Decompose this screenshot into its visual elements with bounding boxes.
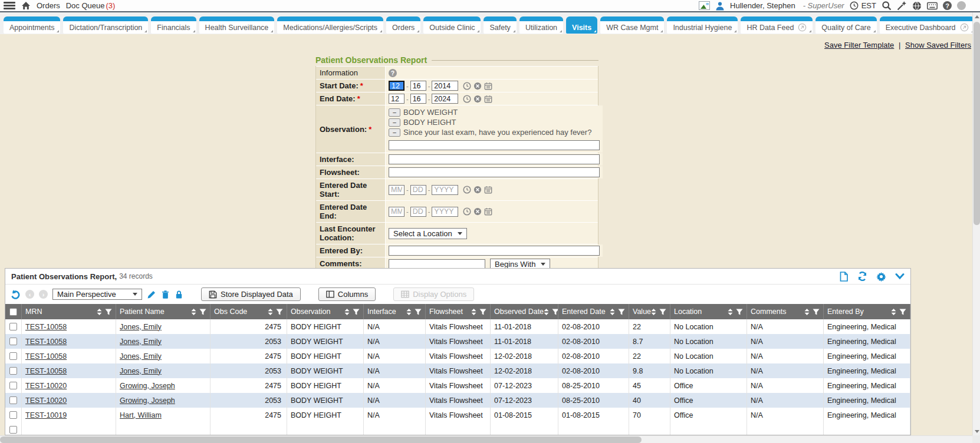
remove-observation-button[interactable]: – — [389, 108, 400, 117]
tab-financials[interactable]: Financials — [151, 16, 196, 34]
row-checkbox[interactable] — [9, 382, 17, 389]
mrn-link[interactable]: TEST-10019 — [25, 411, 67, 419]
sort-icon[interactable] — [191, 309, 196, 315]
home-icon[interactable] — [21, 1, 31, 10]
row-checkbox[interactable] — [9, 323, 17, 330]
row-checkbox[interactable] — [9, 411, 17, 419]
tab-hr-data-feed[interactable]: HR Data Feed — [741, 16, 813, 34]
sort-icon[interactable] — [728, 309, 733, 315]
tab-wr-case-mgmt[interactable]: WR Case Mgmt — [600, 16, 664, 34]
edit-pencil-icon[interactable] — [147, 290, 156, 299]
scroll-down-arrow[interactable] — [973, 427, 980, 435]
entered-by-input[interactable] — [389, 246, 600, 256]
show-saved-filters-link[interactable]: Show Saved Filters — [905, 41, 971, 49]
entered-date-start-month-input[interactable] — [389, 185, 405, 195]
patient-name-link[interactable]: Jones, Emily — [120, 323, 162, 331]
end-date-time-icon[interactable] — [463, 95, 471, 103]
lock-icon[interactable] — [175, 290, 183, 299]
end-date-calendar-icon[interactable] — [484, 95, 492, 103]
patient-name-link[interactable]: Growing, Joseph — [120, 382, 175, 390]
end-date-month-input[interactable] — [389, 94, 405, 104]
flowsheet-input[interactable] — [389, 167, 600, 177]
mrn-link[interactable]: TEST-10020 — [25, 382, 67, 390]
sort-icon[interactable] — [610, 309, 615, 315]
row-checkbox[interactable] — [9, 352, 17, 360]
sort-icon[interactable] — [97, 309, 102, 315]
perspective-select[interactable]: Main Perspective — [52, 289, 142, 300]
entered-date-end-month-input[interactable] — [389, 207, 405, 217]
entered-date-end-year-input[interactable] — [432, 207, 458, 217]
info-help-icon[interactable]: ? — [389, 69, 397, 77]
horizontal-scrollbar-thumb[interactable] — [0, 437, 642, 443]
scroll-up-arrow[interactable] — [973, 12, 980, 21]
start-date-month-input[interactable] — [389, 81, 405, 91]
select-all-checkbox[interactable] — [9, 308, 17, 316]
tab-quality-of-care[interactable]: Quality of Care — [815, 16, 876, 34]
filter-funnel-icon[interactable] — [736, 309, 743, 315]
start-date-calendar-icon[interactable] — [484, 82, 492, 90]
sort-icon[interactable] — [406, 309, 412, 315]
tab-orders[interactable]: Orders — [386, 16, 420, 34]
patient-name-link[interactable]: Growing, Joseph — [120, 396, 175, 405]
tab-dictation-transcription[interactable]: Dictation/Transcription — [63, 16, 148, 34]
undo-icon[interactable] — [10, 289, 21, 299]
remove-observation-button[interactable]: – — [389, 128, 400, 137]
observation-search-input[interactable] — [389, 140, 600, 150]
interface-input[interactable] — [389, 154, 600, 164]
store-displayed-data-button[interactable]: Store Displayed Data — [201, 287, 301, 301]
patient-name-link[interactable]: Jones, Emily — [120, 352, 162, 361]
help-icon[interactable]: ? — [943, 1, 952, 10]
entered-date-end-day-input[interactable] — [410, 207, 426, 217]
keyboard-icon[interactable] — [927, 2, 938, 10]
start-date-day-input[interactable] — [410, 81, 426, 91]
tab-medications-allergies-scripts[interactable]: Medications/Allergies/Scripts — [277, 16, 383, 34]
breadcrumb-doc-queue[interactable]: Doc Queue(3) — [66, 1, 116, 10]
sort-icon[interactable] — [344, 309, 350, 315]
filter-funnel-icon[interactable] — [479, 309, 486, 315]
entered-date-start-calendar-icon[interactable] — [484, 186, 492, 194]
mrn-link[interactable]: TEST-10058 — [25, 338, 67, 346]
sort-icon[interactable] — [804, 309, 810, 315]
tab-visits[interactable]: Visits — [566, 16, 597, 34]
globe-icon[interactable] — [912, 1, 922, 11]
row-checkbox[interactable] — [9, 426, 17, 434]
tab-safety[interactable]: Safety — [484, 16, 516, 34]
filter-funnel-icon[interactable] — [618, 309, 625, 315]
start-date-time-icon[interactable] — [463, 82, 471, 90]
start-date-clear-icon[interactable] — [473, 82, 482, 90]
filter-funnel-icon[interactable] — [659, 309, 666, 315]
tab-appointments[interactable]: Appointments — [4, 16, 60, 34]
tab-utilization[interactable]: Utilization — [519, 16, 563, 34]
wand-icon[interactable] — [897, 1, 907, 11]
row-checkbox[interactable] — [9, 338, 17, 345]
entered-date-start-day-input[interactable] — [410, 185, 426, 195]
delete-trash-icon[interactable] — [161, 290, 170, 299]
filter-funnel-icon[interactable] — [415, 309, 422, 315]
sort-icon[interactable] — [471, 309, 476, 315]
tab-executive-dashboard[interactable]: Executive Dashboard — [880, 16, 975, 34]
mrn-link[interactable]: TEST-10058 — [25, 352, 67, 361]
sort-icon[interactable] — [891, 309, 896, 315]
refresh-icon[interactable] — [857, 272, 867, 281]
start-date-year-input[interactable] — [432, 81, 458, 91]
new-document-icon[interactable] — [839, 272, 849, 282]
menu-icon[interactable] — [4, 2, 15, 9]
save-filter-template-link[interactable]: Save Filter Template — [824, 41, 894, 49]
entered-date-start-time-icon[interactable] — [463, 186, 471, 194]
mrn-link[interactable]: TEST-10058 — [25, 323, 67, 331]
filter-funnel-icon[interactable] — [813, 309, 820, 315]
entered-date-end-calendar-icon[interactable] — [484, 207, 492, 216]
sort-icon[interactable] — [544, 309, 549, 315]
end-date-year-input[interactable] — [432, 94, 458, 104]
patient-name-link[interactable]: Jones, Emily — [120, 338, 162, 346]
mrn-link[interactable]: TEST-10058 — [25, 367, 67, 375]
columns-button[interactable]: Columns — [318, 287, 376, 301]
gear-icon[interactable] — [876, 272, 886, 282]
sort-icon[interactable] — [268, 309, 273, 315]
entered-date-start-clear-icon[interactable] — [473, 186, 482, 194]
avatar[interactable] — [957, 1, 966, 10]
tab-industrial-hygiene[interactable]: Industrial Hygiene — [667, 16, 738, 34]
end-date-clear-icon[interactable] — [473, 95, 482, 103]
sort-icon[interactable] — [651, 309, 656, 315]
last-encounter-location-select[interactable]: Select a Location — [389, 228, 467, 239]
